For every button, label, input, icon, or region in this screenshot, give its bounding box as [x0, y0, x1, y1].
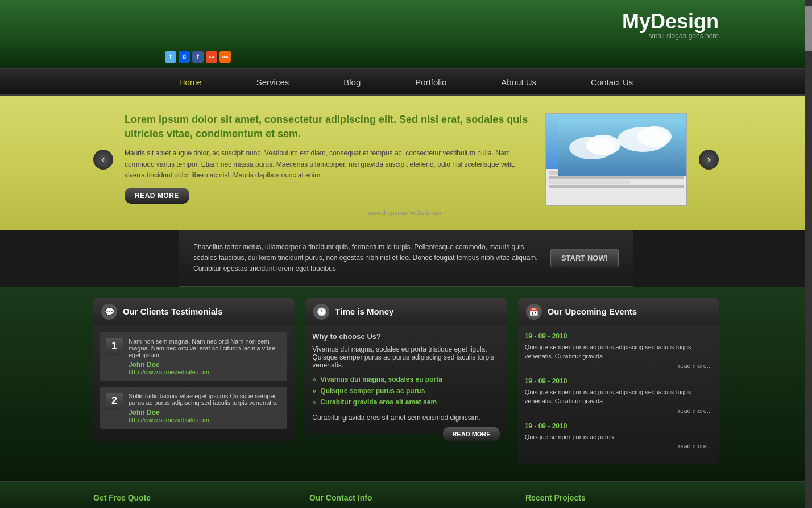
header: MyDesign small slogan goes here t d f su… — [0, 0, 812, 68]
footer-col-2: Our Contact Info — [309, 493, 503, 508]
tim-read-more-button[interactable]: READ MORE — [443, 427, 499, 441]
tim-list-item-3: Curabitur gravida eros sit amet sem — [312, 397, 499, 408]
tim-body-text: Curabitur gravida eros sit amet sem euis… — [312, 412, 499, 423]
testimonial-2-num: 2 — [106, 393, 123, 410]
nav-about[interactable]: About Us — [496, 75, 541, 89]
event-1-read-more[interactable]: read more... — [525, 362, 712, 369]
scrollbar[interactable] — [805, 0, 812, 508]
nav-blog[interactable]: Blog — [339, 75, 365, 89]
logo-slogan: small slogan goes here — [622, 32, 719, 40]
logo: MyDesign small slogan goes here — [622, 11, 719, 40]
stumbleupon-icon[interactable]: su — [206, 51, 217, 63]
events-panel: 📅 Our Upcoming Events 19 - 09 - 2010 Qui… — [518, 298, 719, 465]
event-2-date: 19 - 09 - 2010 — [525, 377, 712, 385]
testimonials-icon: 💬 — [101, 304, 117, 320]
tim-why-title: Why to choose Us? — [312, 332, 499, 341]
facebook-icon[interactable]: f — [192, 51, 204, 63]
logo-title: MyDesign — [622, 11, 719, 32]
twitter-icon[interactable]: t — [165, 51, 176, 63]
slider-headline: Lorem ipsum dolor sit amet, consectetur … — [125, 113, 528, 141]
slider-body: Mauris sit amet augue dolor, ac suscipit… — [125, 148, 528, 181]
event-2-read-more[interactable]: read more... — [525, 407, 712, 414]
event-2-desc: Quisque semper purus ac purus adipiscing… — [525, 387, 712, 406]
tim-body: Why to choose Us? Vivamus dui magna, sod… — [312, 332, 499, 423]
time-title: Time is Money — [335, 307, 393, 316]
testimonial-1-text: Nam non sem magna. Nam nec orci Nam non … — [129, 338, 275, 358]
event-2: 19 - 09 - 2010 Quisque semper purus ac p… — [525, 377, 712, 414]
testimonial-2: 2 Sollicitudin lacinia vitae eget ipsums… — [100, 387, 287, 429]
testimonial-1-num: 1 — [106, 338, 123, 355]
event-1-date: 19 - 09 - 2010 — [525, 332, 712, 340]
main-section: 💬 Our Clients Testimonials 1 Nam non sem… — [0, 287, 812, 482]
testimonial-2-link[interactable]: http://www.somewebsite.com — [129, 416, 209, 423]
slider-image — [545, 113, 687, 206]
digg-icon[interactable]: d — [179, 51, 190, 63]
social-bar: t d f su rss — [165, 51, 231, 63]
tim-list-item-2: Quisque semper purus ac purus — [312, 385, 499, 397]
testimonial-1-author: John Doe — [129, 361, 281, 369]
testimonial-1: 1 Nam non sem magna. Nam nec orci Nam no… — [100, 332, 287, 381]
svg-point-2 — [586, 135, 620, 155]
event-3: 19 - 09 - 2010 Quisque semper purus ac p… — [525, 422, 712, 450]
testimonials-title: Our Clients Testimonials — [123, 307, 223, 316]
events-icon: 📅 — [526, 304, 542, 320]
events-title: Our Upcoming Events — [548, 307, 637, 316]
nav-home[interactable]: Home — [175, 75, 206, 89]
tim-intro: Vivamus dui magna, sodales eu porta tris… — [312, 345, 499, 369]
prev-arrow[interactable]: ‹ — [93, 150, 113, 170]
footer-col-1: Get Free Quote — [93, 493, 287, 508]
scrollbar-thumb[interactable] — [805, 6, 812, 51]
footer-col-1-title: Get Free Quote — [93, 493, 287, 502]
testimonial-1-link[interactable]: http://www.somewebsite.com — [129, 369, 209, 375]
cta-text: Phasellus tortor metus, ullamcorper a ti… — [193, 242, 550, 275]
event-3-read-more[interactable]: read more... — [525, 443, 712, 449]
event-3-desc: Quisque semper purus ac purus — [525, 432, 712, 442]
footer-col-3: Recent Projects — [525, 493, 719, 508]
cta-wrapper: Phasellus tortor metus, ullamcorper a ti… — [0, 230, 812, 287]
slider-section: ‹ Lorem ipsum dolor sit amet, consectetu… — [0, 96, 812, 230]
testimonial-2-text: Sollicitudin lacinia vitae eget ipsums Q… — [129, 393, 277, 406]
testimonial-2-author: John Doe — [129, 408, 281, 416]
cta-section: Phasellus tortor metus, ullamcorper a ti… — [179, 230, 633, 287]
footer-col-3-title: Recent Projects — [525, 493, 719, 502]
start-now-button[interactable]: START NOW! — [550, 249, 619, 267]
next-arrow[interactable]: › — [699, 150, 719, 170]
svg-point-4 — [637, 126, 672, 147]
tim-list-item-1: Vivamus dui magna, sodales eu porta — [312, 374, 499, 385]
event-1: 19 - 09 - 2010 Quisque semper purus ac p… — [525, 332, 712, 369]
footer: Get Free Quote Our Contact Info Recent P… — [0, 481, 812, 508]
nav: Home Services Blog Portfolio About Us Co… — [0, 68, 812, 96]
slider-image-svg — [558, 119, 687, 176]
nav-contact[interactable]: Contact Us — [586, 75, 637, 89]
event-3-date: 19 - 09 - 2010 — [525, 422, 712, 430]
event-1-desc: Quisque semper purus ac purus adipiscing… — [525, 342, 712, 361]
rss-icon[interactable]: rss — [219, 51, 231, 63]
nav-portfolio[interactable]: Portfolio — [411, 75, 451, 89]
read-more-button[interactable]: READ MORE — [125, 188, 189, 204]
tim-list: Vivamus dui magna, sodales eu porta Quis… — [312, 374, 499, 408]
footer-col-2-title: Our Contact Info — [309, 493, 503, 502]
watermark: www.thepcmanwebsite.com — [0, 206, 812, 219]
time-is-money-panel: 🕐 Time is Money Why to choose Us? Vivamu… — [305, 298, 506, 465]
time-icon: 🕐 — [313, 304, 329, 320]
testimonials-panel: 💬 Our Clients Testimonials 1 Nam non sem… — [93, 298, 294, 465]
nav-services[interactable]: Services — [252, 75, 294, 89]
